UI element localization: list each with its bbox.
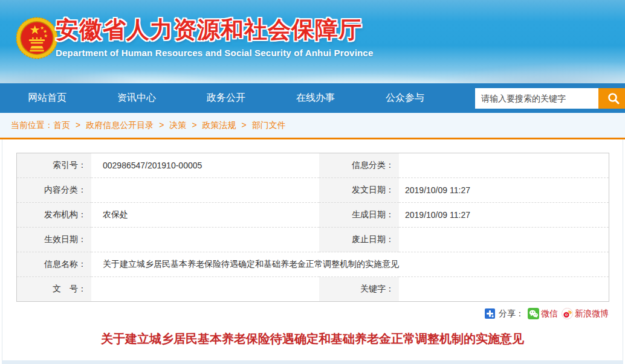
breadcrumb: 当前位置：首页>政府信息公开目录>决策>政策法规>部门文件 bbox=[11, 120, 286, 131]
nav-item-online-service[interactable]: 在线办事 bbox=[296, 92, 335, 104]
info-value bbox=[91, 277, 319, 302]
breadcrumb-separator: > bbox=[192, 120, 196, 130]
info-table-row: 信息名称：关于建立城乡居民基本养老保险待遇确定和基础养老金正常调整机制的实施意见 bbox=[16, 252, 609, 277]
info-label: 信息名称： bbox=[16, 252, 91, 277]
info-label: 生效日期： bbox=[16, 228, 91, 252]
info-value: 关于建立城乡居民基本养老保险待遇确定和基础养老金正常调整机制的实施意见 bbox=[91, 252, 609, 277]
info-table-row: 文 号：关键字： bbox=[16, 277, 609, 302]
info-value: 农保处 bbox=[91, 203, 319, 228]
info-label: 生成日期： bbox=[319, 203, 399, 228]
footer-strip bbox=[2, 360, 623, 364]
search-box bbox=[475, 88, 625, 109]
wechat-share-button[interactable]: 微信 bbox=[528, 308, 558, 319]
site-subtitle-en: Department of Human Resources and Social… bbox=[56, 48, 373, 58]
info-label: 信息分类： bbox=[319, 153, 399, 178]
info-value bbox=[399, 277, 609, 302]
info-label: 发文日期： bbox=[319, 178, 399, 203]
info-label: 文 号： bbox=[16, 277, 91, 302]
breadcrumb-link-4[interactable]: 部门文件 bbox=[252, 120, 286, 130]
wechat-icon bbox=[528, 308, 539, 319]
breadcrumb-link-1[interactable]: 政府信息公开目录 bbox=[86, 120, 154, 130]
info-value bbox=[399, 153, 609, 178]
breadcrumb-separator: > bbox=[159, 120, 164, 130]
national-emblem-icon bbox=[16, 17, 58, 59]
info-value: 002986547/201910-00005 bbox=[91, 153, 319, 178]
info-value: 2019/10/09 11:27 bbox=[399, 203, 609, 228]
main-nav: 网站首页资讯中心政务公开在线办事公众参与 bbox=[0, 83, 625, 113]
content-area: 索引号：002986547/201910-00005信息分类：内容分类：发文日期… bbox=[2, 139, 623, 364]
breadcrumb-prefix: 当前位置： bbox=[11, 120, 53, 130]
weibo-share-button[interactable]: 新浪微博 bbox=[562, 308, 609, 319]
info-label: 废止日期： bbox=[319, 228, 399, 252]
weibo-share-label: 新浪微博 bbox=[575, 308, 609, 319]
info-value bbox=[91, 178, 319, 203]
info-label: 发布机构： bbox=[16, 203, 91, 228]
info-value: 2019/10/09 11:27 bbox=[399, 178, 609, 203]
breadcrumb-separator: > bbox=[76, 120, 80, 130]
breadcrumb-link-3[interactable]: 政策法规 bbox=[202, 120, 236, 130]
nav-item-gov-open[interactable]: 政务公开 bbox=[207, 92, 245, 104]
share-row: 分享： 微信 bbox=[16, 308, 609, 319]
breadcrumb-separator: > bbox=[242, 120, 247, 130]
info-label: 关键字： bbox=[319, 277, 399, 302]
nav-items: 网站首页资讯中心政务公开在线办事公众参与 bbox=[28, 92, 475, 104]
info-value bbox=[91, 228, 319, 252]
info-table-row: 发布机构：农保处生成日期：2019/10/09 11:27 bbox=[16, 203, 609, 228]
info-table: 索引号：002986547/201910-00005信息分类：内容分类：发文日期… bbox=[16, 153, 609, 302]
wechat-share-label: 微信 bbox=[541, 308, 558, 319]
page: 安徽省人力资源和社会保障厅 Department of Human Resour… bbox=[0, 0, 625, 364]
info-label: 内容分类： bbox=[16, 178, 91, 203]
search-button[interactable] bbox=[598, 88, 625, 109]
nav-item-public-participation[interactable]: 公众参与 bbox=[386, 92, 424, 104]
breadcrumb-link-2[interactable]: 决策 bbox=[169, 120, 186, 130]
search-icon bbox=[607, 92, 620, 105]
info-label: 索引号： bbox=[16, 153, 91, 178]
article-title: 关于建立城乡居民基本养老保险待遇确定和基础养老金正常调整机制的实施意见 bbox=[33, 330, 592, 347]
nav-item-home[interactable]: 网站首页 bbox=[28, 92, 66, 104]
site-title: 安徽省人力资源和社会保障厅 bbox=[56, 17, 373, 43]
info-value bbox=[399, 228, 609, 252]
site-titles: 安徽省人力资源和社会保障厅 Department of Human Resour… bbox=[56, 17, 373, 58]
weibo-icon bbox=[562, 308, 573, 319]
national-emblem-logo[interactable] bbox=[16, 17, 58, 59]
site-header: 安徽省人力资源和社会保障厅 Department of Human Resour… bbox=[0, 0, 625, 83]
share-label: 分享： bbox=[499, 308, 524, 319]
breadcrumb-link-0[interactable]: 首页 bbox=[53, 120, 70, 130]
info-table-row: 内容分类：发文日期：2019/10/09 11:27 bbox=[16, 178, 609, 203]
share-icon[interactable] bbox=[485, 308, 495, 319]
breadcrumb-bar: 当前位置：首页>政府信息公开目录>决策>政策法规>部门文件 bbox=[0, 113, 625, 139]
info-table-row: 索引号：002986547/201910-00005信息分类： bbox=[16, 153, 609, 178]
info-table-row: 生效日期：废止日期： bbox=[16, 228, 609, 252]
search-input[interactable] bbox=[475, 88, 598, 109]
nav-item-news[interactable]: 资讯中心 bbox=[117, 92, 156, 104]
